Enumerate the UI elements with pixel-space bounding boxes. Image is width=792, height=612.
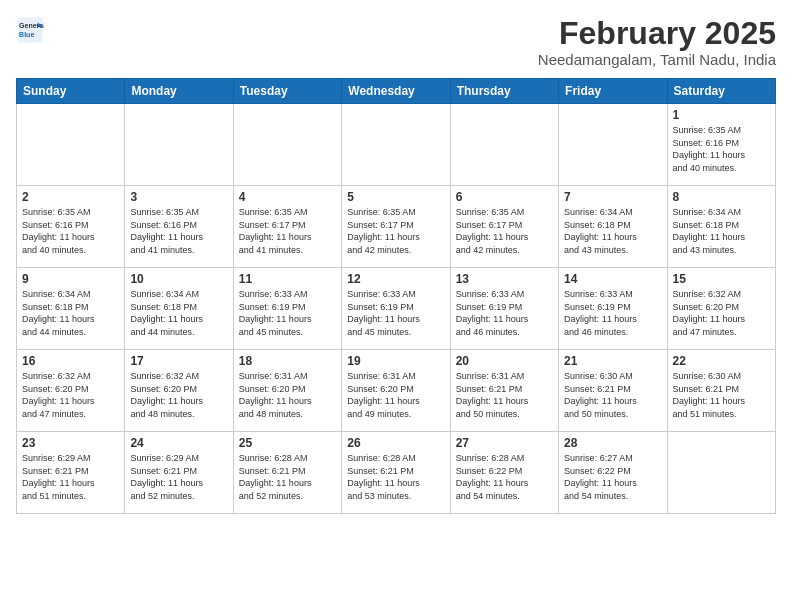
day-info: Sunrise: 6:32 AM Sunset: 6:20 PM Dayligh… (673, 288, 770, 338)
day-info: Sunrise: 6:31 AM Sunset: 6:20 PM Dayligh… (239, 370, 336, 420)
day-info: Sunrise: 6:35 AM Sunset: 6:16 PM Dayligh… (22, 206, 119, 256)
calendar-cell: 28Sunrise: 6:27 AM Sunset: 6:22 PM Dayli… (559, 432, 667, 514)
day-info: Sunrise: 6:29 AM Sunset: 6:21 PM Dayligh… (130, 452, 227, 502)
logo-icon: General Blue (16, 16, 44, 44)
day-info: Sunrise: 6:35 AM Sunset: 6:17 PM Dayligh… (239, 206, 336, 256)
calendar-cell: 10Sunrise: 6:34 AM Sunset: 6:18 PM Dayli… (125, 268, 233, 350)
calendar-cell: 21Sunrise: 6:30 AM Sunset: 6:21 PM Dayli… (559, 350, 667, 432)
calendar-cell: 23Sunrise: 6:29 AM Sunset: 6:21 PM Dayli… (17, 432, 125, 514)
day-number: 7 (564, 190, 661, 204)
day-info: Sunrise: 6:35 AM Sunset: 6:16 PM Dayligh… (673, 124, 770, 174)
calendar-cell: 1Sunrise: 6:35 AM Sunset: 6:16 PM Daylig… (667, 104, 775, 186)
day-number: 3 (130, 190, 227, 204)
day-info: Sunrise: 6:35 AM Sunset: 6:17 PM Dayligh… (456, 206, 553, 256)
day-number: 16 (22, 354, 119, 368)
col-header-friday: Friday (559, 79, 667, 104)
calendar-table: SundayMondayTuesdayWednesdayThursdayFrid… (16, 78, 776, 514)
day-number: 1 (673, 108, 770, 122)
day-info: Sunrise: 6:34 AM Sunset: 6:18 PM Dayligh… (673, 206, 770, 256)
day-number: 11 (239, 272, 336, 286)
day-info: Sunrise: 6:34 AM Sunset: 6:18 PM Dayligh… (22, 288, 119, 338)
col-header-sunday: Sunday (17, 79, 125, 104)
day-info: Sunrise: 6:35 AM Sunset: 6:16 PM Dayligh… (130, 206, 227, 256)
calendar-cell: 27Sunrise: 6:28 AM Sunset: 6:22 PM Dayli… (450, 432, 558, 514)
calendar-cell: 15Sunrise: 6:32 AM Sunset: 6:20 PM Dayli… (667, 268, 775, 350)
calendar-cell (17, 104, 125, 186)
day-info: Sunrise: 6:35 AM Sunset: 6:17 PM Dayligh… (347, 206, 444, 256)
calendar-cell (667, 432, 775, 514)
day-number: 17 (130, 354, 227, 368)
calendar-cell: 6Sunrise: 6:35 AM Sunset: 6:17 PM Daylig… (450, 186, 558, 268)
day-info: Sunrise: 6:34 AM Sunset: 6:18 PM Dayligh… (130, 288, 227, 338)
calendar-cell (342, 104, 450, 186)
col-header-monday: Monday (125, 79, 233, 104)
calendar-cell: 16Sunrise: 6:32 AM Sunset: 6:20 PM Dayli… (17, 350, 125, 432)
calendar-cell (450, 104, 558, 186)
day-number: 23 (22, 436, 119, 450)
calendar-cell: 26Sunrise: 6:28 AM Sunset: 6:21 PM Dayli… (342, 432, 450, 514)
location-title: Needamangalam, Tamil Nadu, India (538, 51, 776, 68)
day-info: Sunrise: 6:31 AM Sunset: 6:21 PM Dayligh… (456, 370, 553, 420)
calendar-cell: 3Sunrise: 6:35 AM Sunset: 6:16 PM Daylig… (125, 186, 233, 268)
calendar-cell: 20Sunrise: 6:31 AM Sunset: 6:21 PM Dayli… (450, 350, 558, 432)
day-number: 28 (564, 436, 661, 450)
calendar-cell: 2Sunrise: 6:35 AM Sunset: 6:16 PM Daylig… (17, 186, 125, 268)
day-number: 2 (22, 190, 119, 204)
calendar-week-2: 9Sunrise: 6:34 AM Sunset: 6:18 PM Daylig… (17, 268, 776, 350)
calendar-cell: 18Sunrise: 6:31 AM Sunset: 6:20 PM Dayli… (233, 350, 341, 432)
calendar-cell: 14Sunrise: 6:33 AM Sunset: 6:19 PM Dayli… (559, 268, 667, 350)
col-header-saturday: Saturday (667, 79, 775, 104)
day-number: 12 (347, 272, 444, 286)
day-info: Sunrise: 6:27 AM Sunset: 6:22 PM Dayligh… (564, 452, 661, 502)
day-number: 22 (673, 354, 770, 368)
calendar-cell: 11Sunrise: 6:33 AM Sunset: 6:19 PM Dayli… (233, 268, 341, 350)
day-number: 14 (564, 272, 661, 286)
calendar-cell: 24Sunrise: 6:29 AM Sunset: 6:21 PM Dayli… (125, 432, 233, 514)
day-info: Sunrise: 6:33 AM Sunset: 6:19 PM Dayligh… (239, 288, 336, 338)
calendar-week-1: 2Sunrise: 6:35 AM Sunset: 6:16 PM Daylig… (17, 186, 776, 268)
day-info: Sunrise: 6:30 AM Sunset: 6:21 PM Dayligh… (564, 370, 661, 420)
calendar-cell: 25Sunrise: 6:28 AM Sunset: 6:21 PM Dayli… (233, 432, 341, 514)
calendar-cell (125, 104, 233, 186)
day-number: 27 (456, 436, 553, 450)
day-number: 10 (130, 272, 227, 286)
col-header-tuesday: Tuesday (233, 79, 341, 104)
day-number: 18 (239, 354, 336, 368)
calendar-cell: 9Sunrise: 6:34 AM Sunset: 6:18 PM Daylig… (17, 268, 125, 350)
day-info: Sunrise: 6:28 AM Sunset: 6:22 PM Dayligh… (456, 452, 553, 502)
day-number: 15 (673, 272, 770, 286)
day-info: Sunrise: 6:33 AM Sunset: 6:19 PM Dayligh… (456, 288, 553, 338)
calendar-cell: 13Sunrise: 6:33 AM Sunset: 6:19 PM Dayli… (450, 268, 558, 350)
day-info: Sunrise: 6:30 AM Sunset: 6:21 PM Dayligh… (673, 370, 770, 420)
calendar-week-4: 23Sunrise: 6:29 AM Sunset: 6:21 PM Dayli… (17, 432, 776, 514)
calendar-cell (233, 104, 341, 186)
calendar-cell: 19Sunrise: 6:31 AM Sunset: 6:20 PM Dayli… (342, 350, 450, 432)
day-info: Sunrise: 6:32 AM Sunset: 6:20 PM Dayligh… (130, 370, 227, 420)
col-header-thursday: Thursday (450, 79, 558, 104)
calendar-cell (559, 104, 667, 186)
calendar-week-0: 1Sunrise: 6:35 AM Sunset: 6:16 PM Daylig… (17, 104, 776, 186)
col-header-wednesday: Wednesday (342, 79, 450, 104)
svg-text:Blue: Blue (19, 31, 34, 38)
title-block: February 2025 Needamangalam, Tamil Nadu,… (538, 16, 776, 68)
day-info: Sunrise: 6:33 AM Sunset: 6:19 PM Dayligh… (564, 288, 661, 338)
day-info: Sunrise: 6:31 AM Sunset: 6:20 PM Dayligh… (347, 370, 444, 420)
day-number: 13 (456, 272, 553, 286)
day-info: Sunrise: 6:28 AM Sunset: 6:21 PM Dayligh… (239, 452, 336, 502)
day-info: Sunrise: 6:34 AM Sunset: 6:18 PM Dayligh… (564, 206, 661, 256)
calendar-cell: 17Sunrise: 6:32 AM Sunset: 6:20 PM Dayli… (125, 350, 233, 432)
day-number: 19 (347, 354, 444, 368)
logo: General Blue (16, 16, 44, 44)
day-number: 9 (22, 272, 119, 286)
page-header: General Blue February 2025 Needamangalam… (16, 16, 776, 68)
day-info: Sunrise: 6:33 AM Sunset: 6:19 PM Dayligh… (347, 288, 444, 338)
calendar-header-row: SundayMondayTuesdayWednesdayThursdayFrid… (17, 79, 776, 104)
day-number: 26 (347, 436, 444, 450)
day-info: Sunrise: 6:28 AM Sunset: 6:21 PM Dayligh… (347, 452, 444, 502)
day-info: Sunrise: 6:32 AM Sunset: 6:20 PM Dayligh… (22, 370, 119, 420)
day-info: Sunrise: 6:29 AM Sunset: 6:21 PM Dayligh… (22, 452, 119, 502)
calendar-week-3: 16Sunrise: 6:32 AM Sunset: 6:20 PM Dayli… (17, 350, 776, 432)
day-number: 8 (673, 190, 770, 204)
day-number: 4 (239, 190, 336, 204)
day-number: 5 (347, 190, 444, 204)
